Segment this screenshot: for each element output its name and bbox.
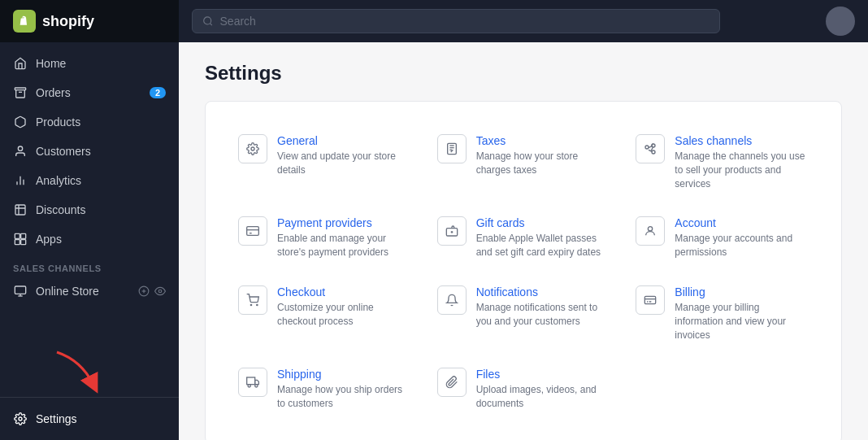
avatar — [826, 7, 855, 36]
svg-rect-22 — [447, 143, 456, 154]
plus-icon[interactable] — [138, 285, 150, 297]
checkout-text: Checkout Customize your online checkout … — [277, 285, 411, 329]
account-text: Account Manage your accounts and permiss… — [675, 216, 809, 259]
sidebar-item-customers-label: Customers — [36, 145, 91, 158]
settings-item-account[interactable]: Account Manage your accounts and permiss… — [623, 203, 822, 272]
billing-title: Billing — [675, 285, 809, 298]
settings-item-notifications[interactable]: Notifications Manage notifications sent … — [424, 272, 623, 355]
eye-icon[interactable] — [154, 285, 166, 297]
account-title: Account — [675, 216, 809, 229]
svg-rect-0 — [15, 88, 25, 90]
gift-cards-desc: Enable Apple Wallet passes and set gift … — [476, 232, 610, 259]
sidebar-item-discounts-label: Discounts — [36, 203, 85, 216]
main-nav: Home Orders 2 Products — [0, 42, 179, 397]
settings-item-payment[interactable]: Payment providers Enable and manage your… — [225, 203, 424, 272]
sidebar-item-online-store[interactable]: Online Store — [0, 277, 179, 306]
settings-card: General View and update your store detai… — [205, 101, 842, 440]
shipping-title: Shipping — [277, 368, 411, 381]
sidebar-item-products[interactable]: Products — [0, 107, 179, 137]
sidebar-item-analytics-label: Analytics — [36, 174, 81, 187]
settings-item-checkout[interactable]: Checkout Customize your online checkout … — [225, 272, 424, 355]
sidebar-item-discounts[interactable]: Discounts — [0, 195, 179, 224]
taxes-title: Taxes — [476, 134, 610, 147]
payment-icon — [238, 216, 267, 246]
svg-point-40 — [257, 304, 258, 305]
logo-area[interactable]: shopify — [0, 0, 179, 42]
settings-item-billing[interactable]: Billing Manage your billing information … — [623, 272, 822, 355]
notifications-text: Notifications Manage notifications sent … — [476, 285, 610, 329]
search-bar[interactable] — [192, 9, 720, 33]
settings-item-sales-channels[interactable]: Sales channels Manage the channels you u… — [623, 121, 822, 203]
apps-icon — [13, 232, 28, 246]
sales-channels-settings-icon — [636, 134, 665, 163]
search-input[interactable] — [220, 15, 710, 28]
svg-point-29 — [652, 150, 655, 154]
svg-rect-32 — [247, 227, 259, 236]
checkout-desc: Customize your online checkout process — [277, 301, 411, 329]
billing-text: Billing Manage your billing information … — [675, 285, 809, 342]
shipping-icon — [238, 368, 267, 397]
search-icon — [202, 15, 214, 27]
main-content: Settings General View and update your st… — [179, 0, 868, 440]
sidebar-item-analytics[interactable]: Analytics — [0, 166, 179, 195]
settings-label: Settings — [36, 412, 77, 425]
sidebar-item-customers[interactable]: Customers — [0, 137, 179, 166]
shipping-desc: Manage how you ship orders to customers — [277, 383, 411, 411]
home-icon — [13, 56, 28, 71]
svg-point-21 — [251, 147, 254, 150]
content-area: Settings General View and update your st… — [179, 42, 868, 440]
settings-item-files[interactable]: Files Upload images, videos, and documen… — [424, 355, 623, 424]
sidebar: shopify Home Orders 2 — [0, 0, 179, 440]
sidebar-footer: Settings — [0, 397, 179, 440]
general-title: General — [277, 134, 411, 147]
svg-point-38 — [649, 227, 653, 231]
online-store-label: Online Store — [36, 285, 99, 298]
svg-point-44 — [255, 385, 258, 387]
files-desc: Upload images, videos, and documents — [476, 383, 610, 411]
files-text: Files Upload images, videos, and documen… — [476, 368, 610, 411]
svg-line-20 — [210, 24, 211, 25]
taxes-icon — [437, 134, 467, 163]
sales-channels-text: Sales channels Manage the channels you u… — [675, 134, 809, 190]
sidebar-item-home-label: Home — [36, 57, 66, 70]
sales-channels-desc: Manage the channels you use to sell your… — [675, 150, 809, 190]
products-icon — [13, 115, 28, 129]
general-text: General View and update your store detai… — [277, 134, 411, 177]
settings-item-taxes[interactable]: Taxes Manage how your store charges taxe… — [424, 121, 623, 203]
taxes-text: Taxes Manage how your store charges taxe… — [476, 134, 610, 177]
billing-icon — [636, 285, 665, 315]
sidebar-item-apps-label: Apps — [36, 233, 62, 246]
sidebar-item-orders[interactable]: Orders 2 — [0, 78, 179, 107]
files-icon — [437, 368, 467, 397]
svg-point-39 — [250, 304, 251, 305]
settings-item-gift-cards[interactable]: Gift cards Enable Apple Wallet passes an… — [424, 203, 623, 272]
sales-channels-section-title: SALES CHANNELS — [0, 254, 179, 277]
taxes-desc: Manage how your store charges taxes — [476, 150, 610, 177]
settings-item-general[interactable]: General View and update your store detai… — [225, 121, 424, 203]
page-title: Settings — [205, 62, 842, 85]
payment-desc: Enable and manage your store's payment p… — [277, 232, 411, 259]
sidebar-item-settings[interactable]: Settings — [0, 404, 179, 433]
shopify-logo-icon — [13, 10, 36, 33]
sidebar-item-apps[interactable]: Apps — [0, 224, 179, 254]
topbar — [179, 0, 868, 42]
checkout-title: Checkout — [277, 285, 411, 298]
general-icon — [238, 134, 267, 163]
settings-grid: General View and update your store detai… — [225, 121, 822, 424]
notifications-icon — [437, 285, 467, 315]
svg-rect-7 — [21, 233, 26, 238]
account-icon — [636, 216, 665, 246]
svg-rect-42 — [247, 377, 255, 385]
orders-badge: 2 — [150, 87, 166, 98]
sales-channels-title: Sales channels — [675, 134, 809, 147]
billing-desc: Manage your billing information and view… — [675, 301, 809, 342]
files-title: Files — [476, 368, 610, 381]
settings-item-shipping[interactable]: Shipping Manage how you ship orders to c… — [225, 355, 424, 424]
general-desc: View and update your store details — [277, 150, 411, 177]
analytics-icon — [13, 173, 28, 188]
svg-rect-41 — [645, 296, 656, 303]
sidebar-item-home[interactable]: Home — [0, 49, 179, 78]
sidebar-item-products-label: Products — [36, 115, 80, 129]
notifications-title: Notifications — [476, 285, 610, 298]
payment-title: Payment providers — [277, 216, 411, 229]
